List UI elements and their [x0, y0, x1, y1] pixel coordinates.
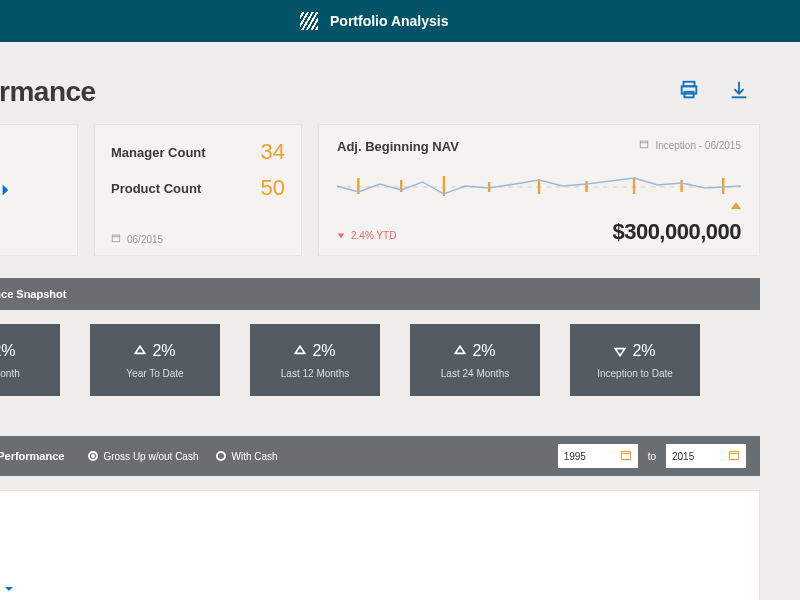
historical-chart-panel: 1995 - 2015 Primary Index — [0, 490, 760, 600]
calendar-icon — [639, 139, 649, 151]
arrow-up-icon — [134, 345, 146, 357]
manager-count-label: Manager Count — [111, 145, 206, 160]
svg-rect-2 — [684, 92, 693, 98]
snapshot-section-header: Performance Snapshot — [0, 278, 760, 310]
nav-ytd-value: 2.4% YTD — [351, 230, 396, 241]
counts-card: Manager Count 34 Product Count 50 06/201… — [94, 124, 302, 256]
radio-with-cash[interactable]: With Cash — [216, 451, 277, 462]
snapshot-label: Last 12 Months — [281, 368, 349, 379]
nav-value: $300,000,000 — [612, 219, 741, 245]
snapshot-card: 2% Last Month — [0, 324, 60, 396]
snapshot-card: 2% Last 12 Months — [250, 324, 380, 396]
summary-card-placeholder — [0, 124, 78, 256]
date-to-input[interactable]: 2015 — [666, 444, 746, 468]
date-from-input[interactable]: 1995 — [558, 444, 638, 468]
snapshot-delta: 2% — [0, 342, 16, 360]
date-from-value: 1995 — [564, 451, 586, 462]
nav-date-range: Inception - 06/2015 — [655, 140, 741, 151]
chevron-down-icon — [0, 184, 17, 195]
historical-title: Historical Performance — [0, 450, 64, 462]
download-icon[interactable] — [728, 79, 750, 101]
date-to-label: to — [648, 451, 656, 462]
nav-card: Adj. Beginning NAV Inception - 06/2015 — [318, 124, 760, 256]
arrow-up-icon — [294, 345, 306, 357]
historical-mode-radios: Gross Up w/out Cash With Cash — [88, 451, 277, 462]
snapshot-label: Last 24 Months — [441, 368, 509, 379]
brand-logo-icon — [300, 12, 318, 30]
snapshot-cards: 2% Last Month 2% Year To Date 2% Last 12… — [0, 324, 760, 414]
manager-count-value: 34 — [261, 139, 285, 165]
snapshot-delta: 2% — [152, 342, 175, 360]
historical-section-header: Historical Performance Gross Up w/out Ca… — [0, 436, 760, 476]
svg-rect-3 — [112, 235, 120, 242]
radio-dot-icon — [88, 451, 98, 461]
primary-index-dropdown[interactable]: Primary Index — [0, 583, 13, 595]
calendar-icon — [620, 449, 632, 464]
trend-up-icon — [731, 202, 741, 209]
nav-sparkline-chart — [337, 164, 741, 210]
snapshot-delta: 2% — [472, 342, 495, 360]
snapshot-delta: 2% — [632, 342, 655, 360]
calendar-icon — [728, 449, 740, 464]
product-count-value: 50 — [261, 175, 285, 201]
snapshot-delta: 2% — [312, 342, 335, 360]
arrow-down-icon — [614, 345, 626, 357]
arrow-up-icon — [454, 345, 466, 357]
top-navbar: Portfolio Analysis — [0, 0, 800, 42]
radio-gross-up[interactable]: Gross Up w/out Cash — [88, 451, 198, 462]
counts-as-of-date: 06/2015 — [127, 234, 163, 245]
radio-dot-icon — [216, 451, 226, 461]
calendar-icon — [111, 233, 121, 245]
product-count-label: Product Count — [111, 181, 201, 196]
chevron-down-icon — [5, 583, 13, 595]
snapshot-label: Year To Date — [126, 368, 183, 379]
arrow-down-icon — [337, 230, 345, 241]
snapshot-card: 2% Last 24 Months — [410, 324, 540, 396]
svg-rect-4 — [641, 141, 649, 148]
snapshot-card: 2% Year To Date — [90, 324, 220, 396]
radio-label: With Cash — [231, 451, 277, 462]
radio-label: Gross Up w/out Cash — [103, 451, 198, 462]
snapshot-label: Last Month — [0, 368, 20, 379]
historical-range-label: 1995 - 2015 — [0, 509, 759, 523]
snapshot-card: 2% Inception to Date — [570, 324, 700, 396]
app-title: Portfolio Analysis — [330, 13, 449, 29]
print-icon[interactable] — [678, 79, 700, 101]
date-to-value: 2015 — [672, 451, 694, 462]
snapshot-title: Performance Snapshot — [0, 288, 66, 300]
page-title: Performance — [0, 62, 96, 118]
svg-rect-15 — [621, 451, 630, 459]
snapshot-label: Inception to Date — [597, 368, 673, 379]
svg-rect-16 — [730, 451, 739, 459]
